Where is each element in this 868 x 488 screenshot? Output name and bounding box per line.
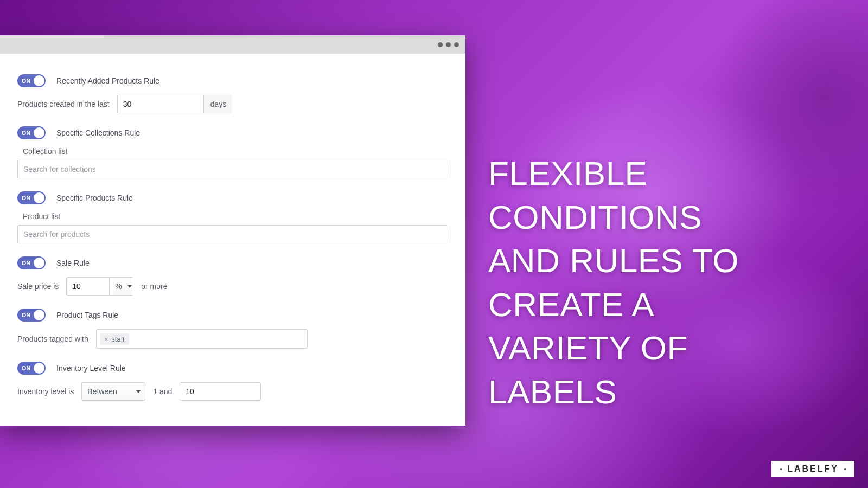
rule-specific-products: ON Specific Products Rule Product list [17, 191, 448, 243]
toggle-label: ON [22, 78, 30, 84]
toggle-inventory-level[interactable]: ON [17, 362, 46, 375]
rule-product-tags: ON Product Tags Rule Products tagged wit… [17, 309, 448, 349]
window-control-dot[interactable] [438, 42, 443, 47]
toggle-product-tags[interactable]: ON [17, 309, 46, 322]
rules-panel: ON Recently Added Products Rule Products… [0, 54, 465, 412]
recent-days-input[interactable] [117, 95, 204, 113]
rule-recently-added: ON Recently Added Products Rule Products… [17, 74, 448, 113]
toggle-knob [34, 363, 44, 374]
collection-search-input[interactable] [17, 160, 448, 178]
brand-badge: LABELFY [771, 461, 854, 477]
inventory-middle-label: 1 and [153, 387, 172, 396]
toggle-label: ON [22, 130, 30, 136]
product-search-input[interactable] [17, 225, 448, 243]
product-list-label: Product list [23, 212, 448, 221]
rule-title: Specific Products Rule [56, 194, 133, 202]
sale-value-group: % [66, 277, 133, 296]
window-titlebar [0, 35, 465, 54]
toggle-label: ON [22, 312, 30, 318]
promo-headline: Flexible conditions and rules to create … [488, 152, 781, 414]
inventory-operator-select[interactable]: Between [81, 382, 145, 401]
toggle-label: ON [22, 260, 30, 266]
sale-suffix-label: or more [141, 282, 167, 291]
toggle-knob [34, 192, 44, 203]
sale-unit-value: % [115, 282, 122, 291]
recent-days-group: days [117, 95, 234, 113]
rule-title: Product Tags Rule [56, 311, 118, 319]
inventory-value-input[interactable] [180, 382, 261, 401]
rule-title: Sale Rule [56, 259, 90, 267]
window-control-dot[interactable] [446, 42, 451, 47]
recent-prefix-label: Products created in the last [17, 100, 110, 108]
toggle-sale[interactable]: ON [17, 256, 46, 269]
rule-sale: ON Sale Rule Sale price is % or more [17, 256, 448, 296]
rule-title: Recently Added Products Rule [56, 76, 159, 85]
sale-value-input[interactable] [66, 277, 110, 296]
tags-prefix-label: Products tagged with [17, 335, 88, 343]
toggle-specific-collections[interactable]: ON [17, 126, 46, 139]
toggle-recently-added[interactable]: ON [17, 74, 46, 87]
rule-inventory-level: ON Inventory Level Rule Inventory level … [17, 362, 448, 401]
toggle-knob [34, 310, 44, 320]
toggle-knob [34, 258, 44, 268]
rule-specific-collections: ON Specific Collections Rule Collection … [17, 126, 448, 178]
tag-text: staff [111, 335, 124, 343]
tags-input[interactable]: × staff [96, 329, 308, 349]
tag-chip: × staff [100, 333, 129, 345]
app-window: ON Recently Added Products Rule Products… [0, 35, 465, 426]
toggle-label: ON [22, 365, 30, 371]
brand-name: LABELFY [787, 464, 839, 474]
rule-title: Inventory Level Rule [56, 364, 126, 373]
toggle-knob [34, 127, 44, 138]
collection-list-label: Collection list [23, 147, 448, 156]
rule-title: Specific Collections Rule [56, 129, 140, 137]
window-control-dot[interactable] [454, 42, 459, 47]
toggle-label: ON [22, 195, 30, 201]
toggle-specific-products[interactable]: ON [17, 191, 46, 204]
remove-tag-icon[interactable]: × [104, 335, 108, 343]
sale-prefix-label: Sale price is [17, 282, 59, 291]
sale-unit-select[interactable]: % [110, 277, 133, 296]
chevron-down-icon [127, 285, 132, 288]
recent-days-unit: days [204, 95, 234, 113]
chevron-down-icon [136, 390, 141, 393]
toggle-knob [34, 75, 44, 86]
inventory-operator-value: Between [87, 387, 117, 396]
inventory-prefix-label: Inventory level is [17, 387, 74, 396]
